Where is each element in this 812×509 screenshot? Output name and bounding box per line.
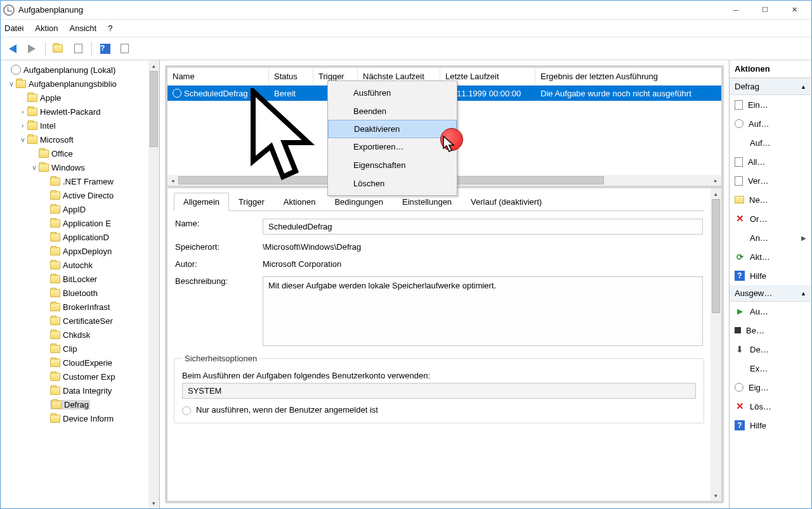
toolbar-help-icon[interactable]: ? <box>97 41 114 57</box>
tree-root[interactable]: Aufgabenplanung (Lokal) <box>1 63 148 77</box>
folder-icon <box>50 219 60 228</box>
col-name[interactable]: Name <box>167 68 269 85</box>
forward-button[interactable] <box>23 41 40 57</box>
tree-apple[interactable]: Apple <box>1 91 148 105</box>
action-ne[interactable]: Ne… <box>730 190 811 209</box>
tree-appx[interactable]: AppxDeployn <box>1 244 148 258</box>
tab-general[interactable]: Allgemein <box>174 193 229 211</box>
sheet-icon <box>735 100 743 110</box>
action-akt[interactable]: ⟳Akt… <box>730 247 811 266</box>
minimize-button[interactable]: ─ <box>721 1 750 20</box>
tree-broker[interactable]: BrokerInfrast <box>1 300 148 314</box>
tab-history[interactable]: Verlauf (deaktiviert) <box>461 193 551 210</box>
ctx-disable[interactable]: Deaktivieren <box>328 120 457 138</box>
action-disable[interactable]: ⬇De… <box>730 340 811 359</box>
ctx-run[interactable]: Ausführen <box>328 84 457 102</box>
folder-icon <box>51 401 62 409</box>
sheet-icon <box>735 157 743 167</box>
action-help2[interactable]: ?Hilfe <box>730 416 811 435</box>
action-ein[interactable]: Ein… <box>730 95 811 114</box>
action-hilfe[interactable]: ?Hilfe <box>730 266 811 285</box>
toolbar-view-icon[interactable] <box>116 41 133 57</box>
blank-icon <box>735 233 745 243</box>
tree-ad[interactable]: Active Directo <box>1 188 148 202</box>
folder-icon <box>27 136 37 144</box>
action-delete[interactable]: ✕Lös… <box>730 397 811 416</box>
tree-appe[interactable]: Application E <box>1 216 148 230</box>
play-icon: ▶ <box>735 306 745 316</box>
actions-group-defrag[interactable]: Defrag▲ <box>730 79 811 95</box>
center-pane: Name Status Trigger Nächste Laufzeit Let… <box>160 60 729 508</box>
action-export[interactable]: Ex… <box>730 359 811 378</box>
tree-autochk[interactable]: Autochk <box>1 258 148 272</box>
ctx-delete[interactable]: Löschen <box>328 174 457 193</box>
toolbar-up-icon[interactable] <box>51 41 67 57</box>
tree-device[interactable]: Device Inform <box>1 411 148 425</box>
help-icon: ? <box>735 271 745 281</box>
tree-intel[interactable]: ›Intel <box>1 119 148 132</box>
action-or[interactable]: ✕Or… <box>730 209 811 228</box>
folder-icon <box>50 233 60 242</box>
radio-icon <box>182 406 191 415</box>
folder-icon <box>50 345 60 353</box>
tree-appid[interactable]: AppID <box>1 202 148 216</box>
toolbar-props-icon[interactable] <box>70 41 86 57</box>
ctx-props[interactable]: Eigenschaften <box>328 156 457 174</box>
action-auf2[interactable]: Auf… <box>730 133 811 152</box>
tree-appd[interactable]: ApplicationD <box>1 230 148 244</box>
tree-scrollbar[interactable]: ▴▾ <box>148 60 159 508</box>
value-location: \Microsoft\Windows\Defrag <box>263 242 703 252</box>
ctx-export[interactable]: Exportieren… <box>328 138 457 156</box>
large-cursor-icon <box>250 88 320 183</box>
tree-net[interactable]: .NET Framew <box>1 174 148 188</box>
action-all[interactable]: All… <box>730 152 811 171</box>
x-red-icon: ✕ <box>735 401 745 411</box>
input-name[interactable]: ScheduledDefrag <box>263 219 703 235</box>
actions-group-selected[interactable]: Ausgew…▲ <box>730 285 811 302</box>
tree-library[interactable]: v Aufgabenplanungsbiblio <box>1 77 148 91</box>
task-table: Name Status Trigger Nächste Laufzeit Let… <box>167 68 721 188</box>
action-ver[interactable]: Ver… <box>730 171 811 190</box>
tree-hp[interactable]: ›Hewlett-Packard <box>1 105 148 119</box>
back-button[interactable] <box>4 41 21 57</box>
menu-help[interactable]: ? <box>108 23 112 33</box>
help-icon: ? <box>735 420 745 430</box>
tree-bitlocker[interactable]: BitLocker <box>1 272 148 286</box>
textarea-desc[interactable]: Mit dieser Aufgabe werden lokale Speiche… <box>263 276 703 346</box>
tab-actions[interactable]: Aktionen <box>274 193 325 210</box>
close-button[interactable]: ✕ <box>780 1 809 20</box>
blank-icon <box>735 363 745 373</box>
radio-logged-in[interactable]: Nur ausführen, wenn der Benutzer angemel… <box>182 405 696 415</box>
menu-file[interactable]: Datei <box>4 23 23 33</box>
sheet-icon <box>735 176 743 186</box>
maximize-button[interactable]: ☐ <box>750 1 780 20</box>
action-run[interactable]: ▶Au… <box>730 302 811 321</box>
tree-office[interactable]: Office <box>1 146 148 160</box>
col-result[interactable]: Ergebnis der letzten Ausführung <box>535 68 721 85</box>
label-desc: Beschreibung: <box>175 276 263 286</box>
menu-view[interactable]: Ansicht <box>70 23 97 33</box>
folder-icon <box>50 177 60 186</box>
folder-icon <box>27 122 37 130</box>
tree-microsoft[interactable]: vMicrosoft <box>1 132 148 146</box>
tree-datai[interactable]: Data Integrity <box>1 383 148 397</box>
label-location: Speicherort: <box>175 242 263 252</box>
tree-chkdsk[interactable]: Chkdsk <box>1 328 148 342</box>
titlebar: Aufgabenplanung ─ ☐ ✕ <box>1 1 811 20</box>
tree-certif[interactable]: CertificateSer <box>1 314 148 328</box>
action-stop[interactable]: Be… <box>730 321 811 340</box>
action-props[interactable]: Eig… <box>730 378 811 397</box>
detail-scrollbar[interactable]: ▴▾ <box>710 188 721 501</box>
tree-windows[interactable]: vWindows <box>1 160 148 174</box>
action-auf[interactable]: Auf… <box>730 114 811 133</box>
tree-customer[interactable]: Customer Exp <box>1 370 148 383</box>
tree-cloud[interactable]: CloudExperie <box>1 356 148 370</box>
menu-action[interactable]: Aktion <box>35 23 58 33</box>
tree-bluetooth[interactable]: Bluetooth <box>1 286 148 300</box>
tree-clip[interactable]: Clip <box>1 342 148 356</box>
col-status[interactable]: Status <box>269 68 313 85</box>
tab-trigger[interactable]: Trigger <box>229 193 274 210</box>
tree-defrag[interactable]: Defrag <box>1 397 148 411</box>
action-an[interactable]: An…▶ <box>730 228 811 247</box>
ctx-end[interactable]: Beenden <box>328 102 457 120</box>
